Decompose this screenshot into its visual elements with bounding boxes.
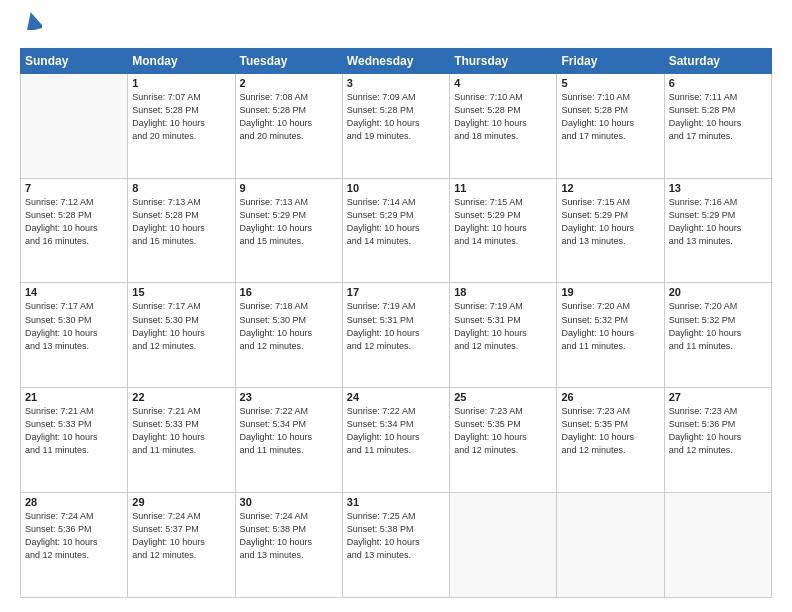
calendar-week-row: 14Sunrise: 7:17 AMSunset: 5:30 PMDayligh… [21, 283, 772, 388]
day-number: 26 [561, 391, 659, 403]
day-number: 22 [132, 391, 230, 403]
calendar-cell [450, 493, 557, 598]
weekday-header-row: SundayMondayTuesdayWednesdayThursdayFrid… [21, 48, 772, 73]
day-info: Sunrise: 7:22 AMSunset: 5:34 PMDaylight:… [240, 405, 338, 457]
day-info: Sunrise: 7:09 AMSunset: 5:28 PMDaylight:… [347, 91, 445, 143]
day-info: Sunrise: 7:13 AMSunset: 5:29 PMDaylight:… [240, 196, 338, 248]
day-info: Sunrise: 7:23 AMSunset: 5:35 PMDaylight:… [454, 405, 552, 457]
calendar-cell: 15Sunrise: 7:17 AMSunset: 5:30 PMDayligh… [128, 283, 235, 388]
weekday-header: Saturday [664, 48, 771, 73]
calendar-cell: 26Sunrise: 7:23 AMSunset: 5:35 PMDayligh… [557, 388, 664, 493]
day-info: Sunrise: 7:18 AMSunset: 5:30 PMDaylight:… [240, 300, 338, 352]
calendar-cell: 29Sunrise: 7:24 AMSunset: 5:37 PMDayligh… [128, 493, 235, 598]
day-info: Sunrise: 7:15 AMSunset: 5:29 PMDaylight:… [561, 196, 659, 248]
day-number: 31 [347, 496, 445, 508]
day-number: 17 [347, 286, 445, 298]
weekday-header: Monday [128, 48, 235, 73]
logo [20, 18, 42, 38]
day-number: 25 [454, 391, 552, 403]
day-info: Sunrise: 7:24 AMSunset: 5:36 PMDaylight:… [25, 510, 123, 562]
day-number: 10 [347, 182, 445, 194]
calendar-cell: 14Sunrise: 7:17 AMSunset: 5:30 PMDayligh… [21, 283, 128, 388]
day-info: Sunrise: 7:23 AMSunset: 5:35 PMDaylight:… [561, 405, 659, 457]
calendar-cell: 19Sunrise: 7:20 AMSunset: 5:32 PMDayligh… [557, 283, 664, 388]
logo-icon [24, 12, 42, 30]
calendar-cell: 1Sunrise: 7:07 AMSunset: 5:28 PMDaylight… [128, 73, 235, 178]
calendar-cell: 20Sunrise: 7:20 AMSunset: 5:32 PMDayligh… [664, 283, 771, 388]
calendar-cell [21, 73, 128, 178]
calendar-cell: 23Sunrise: 7:22 AMSunset: 5:34 PMDayligh… [235, 388, 342, 493]
day-number: 19 [561, 286, 659, 298]
calendar-week-row: 1Sunrise: 7:07 AMSunset: 5:28 PMDaylight… [21, 73, 772, 178]
calendar-cell: 2Sunrise: 7:08 AMSunset: 5:28 PMDaylight… [235, 73, 342, 178]
calendar-cell: 27Sunrise: 7:23 AMSunset: 5:36 PMDayligh… [664, 388, 771, 493]
day-info: Sunrise: 7:20 AMSunset: 5:32 PMDaylight:… [669, 300, 767, 352]
day-info: Sunrise: 7:20 AMSunset: 5:32 PMDaylight:… [561, 300, 659, 352]
day-number: 15 [132, 286, 230, 298]
day-number: 2 [240, 77, 338, 89]
calendar-cell: 16Sunrise: 7:18 AMSunset: 5:30 PMDayligh… [235, 283, 342, 388]
day-info: Sunrise: 7:21 AMSunset: 5:33 PMDaylight:… [132, 405, 230, 457]
day-info: Sunrise: 7:23 AMSunset: 5:36 PMDaylight:… [669, 405, 767, 457]
svg-marker-0 [24, 12, 42, 30]
day-info: Sunrise: 7:25 AMSunset: 5:38 PMDaylight:… [347, 510, 445, 562]
day-info: Sunrise: 7:24 AMSunset: 5:37 PMDaylight:… [132, 510, 230, 562]
day-number: 11 [454, 182, 552, 194]
calendar-week-row: 21Sunrise: 7:21 AMSunset: 5:33 PMDayligh… [21, 388, 772, 493]
calendar-cell: 30Sunrise: 7:24 AMSunset: 5:38 PMDayligh… [235, 493, 342, 598]
day-number: 3 [347, 77, 445, 89]
page: SundayMondayTuesdayWednesdayThursdayFrid… [0, 0, 792, 612]
day-number: 28 [25, 496, 123, 508]
day-number: 9 [240, 182, 338, 194]
calendar-cell: 18Sunrise: 7:19 AMSunset: 5:31 PMDayligh… [450, 283, 557, 388]
day-number: 6 [669, 77, 767, 89]
day-info: Sunrise: 7:17 AMSunset: 5:30 PMDaylight:… [132, 300, 230, 352]
calendar-cell: 25Sunrise: 7:23 AMSunset: 5:35 PMDayligh… [450, 388, 557, 493]
day-number: 8 [132, 182, 230, 194]
day-info: Sunrise: 7:10 AMSunset: 5:28 PMDaylight:… [561, 91, 659, 143]
calendar-cell: 13Sunrise: 7:16 AMSunset: 5:29 PMDayligh… [664, 178, 771, 283]
day-number: 21 [25, 391, 123, 403]
weekday-header: Tuesday [235, 48, 342, 73]
calendar-cell: 24Sunrise: 7:22 AMSunset: 5:34 PMDayligh… [342, 388, 449, 493]
calendar-cell: 9Sunrise: 7:13 AMSunset: 5:29 PMDaylight… [235, 178, 342, 283]
day-number: 16 [240, 286, 338, 298]
calendar-week-row: 28Sunrise: 7:24 AMSunset: 5:36 PMDayligh… [21, 493, 772, 598]
calendar-cell: 11Sunrise: 7:15 AMSunset: 5:29 PMDayligh… [450, 178, 557, 283]
day-number: 29 [132, 496, 230, 508]
day-number: 18 [454, 286, 552, 298]
day-info: Sunrise: 7:08 AMSunset: 5:28 PMDaylight:… [240, 91, 338, 143]
day-info: Sunrise: 7:14 AMSunset: 5:29 PMDaylight:… [347, 196, 445, 248]
day-info: Sunrise: 7:11 AMSunset: 5:28 PMDaylight:… [669, 91, 767, 143]
calendar-cell: 6Sunrise: 7:11 AMSunset: 5:28 PMDaylight… [664, 73, 771, 178]
calendar-week-row: 7Sunrise: 7:12 AMSunset: 5:28 PMDaylight… [21, 178, 772, 283]
day-number: 4 [454, 77, 552, 89]
calendar-cell: 17Sunrise: 7:19 AMSunset: 5:31 PMDayligh… [342, 283, 449, 388]
header [20, 18, 772, 38]
day-number: 12 [561, 182, 659, 194]
calendar-cell [664, 493, 771, 598]
day-info: Sunrise: 7:19 AMSunset: 5:31 PMDaylight:… [454, 300, 552, 352]
calendar-cell: 4Sunrise: 7:10 AMSunset: 5:28 PMDaylight… [450, 73, 557, 178]
day-info: Sunrise: 7:19 AMSunset: 5:31 PMDaylight:… [347, 300, 445, 352]
calendar-cell: 28Sunrise: 7:24 AMSunset: 5:36 PMDayligh… [21, 493, 128, 598]
weekday-header: Thursday [450, 48, 557, 73]
calendar-cell: 31Sunrise: 7:25 AMSunset: 5:38 PMDayligh… [342, 493, 449, 598]
weekday-header: Wednesday [342, 48, 449, 73]
calendar-cell: 22Sunrise: 7:21 AMSunset: 5:33 PMDayligh… [128, 388, 235, 493]
day-number: 14 [25, 286, 123, 298]
calendar-cell: 3Sunrise: 7:09 AMSunset: 5:28 PMDaylight… [342, 73, 449, 178]
day-number: 24 [347, 391, 445, 403]
calendar-cell: 8Sunrise: 7:13 AMSunset: 5:28 PMDaylight… [128, 178, 235, 283]
day-info: Sunrise: 7:15 AMSunset: 5:29 PMDaylight:… [454, 196, 552, 248]
day-number: 23 [240, 391, 338, 403]
day-info: Sunrise: 7:13 AMSunset: 5:28 PMDaylight:… [132, 196, 230, 248]
day-number: 27 [669, 391, 767, 403]
day-info: Sunrise: 7:16 AMSunset: 5:29 PMDaylight:… [669, 196, 767, 248]
day-number: 7 [25, 182, 123, 194]
day-number: 20 [669, 286, 767, 298]
day-info: Sunrise: 7:07 AMSunset: 5:28 PMDaylight:… [132, 91, 230, 143]
calendar-cell: 12Sunrise: 7:15 AMSunset: 5:29 PMDayligh… [557, 178, 664, 283]
calendar-cell: 5Sunrise: 7:10 AMSunset: 5:28 PMDaylight… [557, 73, 664, 178]
day-number: 1 [132, 77, 230, 89]
